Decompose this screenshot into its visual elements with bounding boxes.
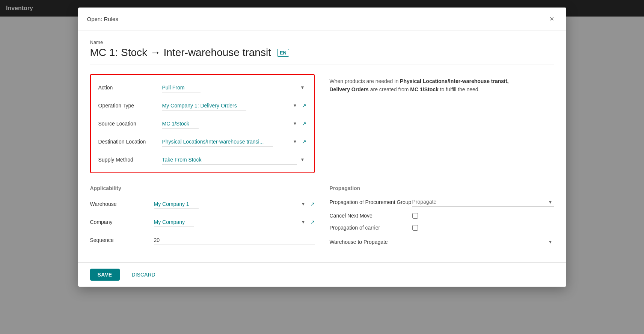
sequence-input[interactable] bbox=[154, 236, 315, 245]
destination-location-field-wrapper: Physical Locations/Inter-warehouse trans… bbox=[162, 137, 306, 147]
desc-line2-middle: are created from bbox=[369, 86, 410, 92]
company-arrow-icon: ▼ bbox=[301, 219, 306, 225]
warehouse-to-propagate-select-wrapper: ▼ bbox=[412, 237, 554, 247]
applicability-section: Applicability Warehouse My Company 1 ▼ ↗ bbox=[90, 182, 315, 247]
cancel-next-move-row: Cancel Next Move bbox=[330, 213, 554, 219]
operation-type-arrow-icon: ▼ bbox=[293, 103, 297, 108]
destination-location-label: Destination Location bbox=[98, 139, 162, 145]
destination-location-arrow-icon: ▼ bbox=[293, 139, 297, 144]
cancel-next-move-field bbox=[412, 213, 554, 219]
warehouse-row: Warehouse My Company 1 ▼ ↗ bbox=[90, 197, 315, 211]
action-select-wrapper: Pull From Push To Buy Manufacture ▼ bbox=[162, 83, 306, 92]
modal-body: Name MC 1: Stock → Inter-warehouse trans… bbox=[78, 30, 566, 262]
supply-method-label: Supply Method bbox=[98, 157, 162, 163]
name-field-label: Name bbox=[90, 39, 554, 45]
procurement-group-select[interactable]: Propagate Leave Empty Fixed bbox=[412, 197, 554, 207]
supply-method-select-wrapper: Take From Stock Trigger Another Rule Tak… bbox=[162, 155, 306, 165]
desc-line1-bold: Physical Locations/Inter-warehouse trans… bbox=[400, 78, 508, 84]
source-location-field-wrapper: MC 1/Stock ▼ ↗ bbox=[162, 119, 306, 128]
warehouse-field-wrapper: My Company 1 ▼ ↗ bbox=[154, 199, 315, 209]
name-title-row: MC 1: Stock → Inter-warehouse transit EN bbox=[90, 47, 554, 59]
warehouse-select[interactable]: My Company 1 bbox=[154, 199, 199, 209]
source-location-select[interactable]: MC 1/Stock bbox=[162, 119, 199, 128]
carrier-propagation-field bbox=[412, 225, 554, 231]
procurement-group-field: Propagate Leave Empty Fixed ▼ bbox=[412, 197, 554, 207]
operation-type-select[interactable]: My Company 1: Delivery Orders bbox=[162, 101, 246, 110]
sequence-field-wrapper bbox=[154, 236, 315, 245]
supply-method-field-wrapper: Take From Stock Trigger Another Rule Tak… bbox=[162, 155, 306, 165]
modal-overlay: Open: Rules × Name MC 1: Stock → Inter-w… bbox=[0, 0, 644, 334]
modal-title: Open: Rules bbox=[87, 16, 118, 22]
source-location-arrow-icon: ▼ bbox=[293, 121, 297, 126]
cancel-next-move-checkbox[interactable] bbox=[412, 213, 418, 219]
bottom-two-col: Applicability Warehouse My Company 1 ▼ ↗ bbox=[90, 182, 554, 253]
carrier-propagation-label: Propagation of carrier bbox=[330, 225, 412, 231]
supply-method-arrow-icon: ▼ bbox=[300, 157, 305, 162]
desc-line2-suffix: to fulfill the need. bbox=[439, 86, 480, 92]
company-external-link-icon[interactable]: ↗ bbox=[310, 219, 315, 225]
main-two-col: Action Pull From Push To Buy Manufacture bbox=[90, 74, 554, 173]
operation-type-external-link-icon[interactable]: ↗ bbox=[302, 103, 306, 109]
destination-location-select[interactable]: Physical Locations/Inter-warehouse trans… bbox=[162, 137, 273, 147]
propagation-section: Propagation Propagation of Procurement G… bbox=[330, 182, 554, 253]
carrier-propagation-row: Propagation of carrier bbox=[330, 225, 554, 231]
company-label: Company bbox=[90, 219, 154, 225]
company-field-wrapper: My Company ▼ ↗ bbox=[154, 218, 315, 227]
warehouse-label: Warehouse bbox=[90, 201, 154, 207]
modal-header: Open: Rules × bbox=[78, 8, 566, 30]
company-row: Company My Company ▼ ↗ bbox=[90, 215, 315, 229]
warehouse-arrow-icon: ▼ bbox=[301, 201, 306, 207]
source-location-select-wrapper: MC 1/Stock ▼ bbox=[162, 119, 299, 128]
save-button[interactable]: SAVE bbox=[90, 269, 120, 281]
action-select-arrow-icon: ▼ bbox=[300, 85, 305, 90]
company-select-wrapper: My Company ▼ bbox=[154, 218, 307, 227]
operation-type-label: Operation Type bbox=[98, 103, 162, 109]
desc-line2-bold1: Delivery Orders bbox=[330, 86, 369, 92]
warehouse-external-link-icon[interactable]: ↗ bbox=[310, 201, 315, 207]
destination-location-external-link-icon[interactable]: ↗ bbox=[302, 139, 306, 145]
source-location-external-link-icon[interactable]: ↗ bbox=[302, 121, 306, 127]
operation-type-row: Operation Type My Company 1: Delivery Or… bbox=[98, 99, 306, 112]
source-location-label: Source Location bbox=[98, 121, 162, 127]
sequence-row: Sequence bbox=[90, 233, 315, 247]
action-label: Action bbox=[98, 85, 162, 91]
carrier-propagation-checkbox[interactable] bbox=[412, 225, 418, 231]
discard-button[interactable]: DISCARD bbox=[126, 269, 161, 281]
sequence-label: Sequence bbox=[90, 237, 154, 243]
cancel-next-move-label: Cancel Next Move bbox=[330, 213, 412, 219]
modal-close-button[interactable]: × bbox=[547, 14, 557, 24]
desc-line1-prefix: When products are needed in bbox=[330, 78, 400, 84]
operation-type-field-wrapper: My Company 1: Delivery Orders ▼ ↗ bbox=[162, 101, 306, 110]
action-select[interactable]: Pull From Push To Buy Manufacture bbox=[162, 83, 201, 92]
procurement-group-select-wrapper: Propagate Leave Empty Fixed ▼ bbox=[412, 197, 554, 207]
source-location-row: Source Location MC 1/Stock ▼ ↗ bbox=[98, 117, 306, 130]
warehouse-to-propagate-label: Warehouse to Propagate bbox=[330, 239, 412, 245]
company-select[interactable]: My Company bbox=[154, 218, 194, 227]
propagation-section-title: Propagation bbox=[330, 185, 554, 191]
name-section: Name MC 1: Stock → Inter-warehouse trans… bbox=[90, 39, 554, 65]
modal-footer: SAVE DISCARD bbox=[78, 262, 566, 287]
applicability-section-title: Applicability bbox=[90, 185, 315, 191]
left-column: Action Pull From Push To Buy Manufacture bbox=[90, 74, 315, 173]
lang-badge[interactable]: EN bbox=[277, 49, 289, 57]
action-field-wrapper: Pull From Push To Buy Manufacture ▼ bbox=[162, 83, 306, 92]
warehouse-to-propagate-field: ▼ bbox=[412, 237, 554, 247]
action-box: Action Pull From Push To Buy Manufacture bbox=[90, 74, 315, 173]
procurement-group-row: Propagation of Procurement Group Propaga… bbox=[330, 197, 554, 207]
desc-line2-bold2: MC 1/Stock bbox=[410, 86, 438, 92]
supply-method-select[interactable]: Take From Stock Trigger Another Rule Tak… bbox=[162, 155, 297, 165]
rule-name-text: MC 1: Stock → Inter-warehouse transit bbox=[90, 47, 271, 59]
destination-location-row: Destination Location Physical Locations/… bbox=[98, 135, 306, 148]
warehouse-to-propagate-select[interactable] bbox=[412, 237, 554, 247]
right-column: When products are needed in Physical Loc… bbox=[330, 74, 554, 94]
description-text: When products are needed in Physical Loc… bbox=[330, 74, 554, 94]
destination-location-select-wrapper: Physical Locations/Inter-warehouse trans… bbox=[162, 137, 299, 147]
procurement-group-label: Propagation of Procurement Group bbox=[330, 199, 412, 205]
supply-method-row: Supply Method Take From Stock Trigger An… bbox=[98, 153, 306, 166]
operation-type-select-wrapper: My Company 1: Delivery Orders ▼ bbox=[162, 101, 299, 110]
action-row: Action Pull From Push To Buy Manufacture bbox=[98, 81, 306, 94]
warehouse-select-wrapper: My Company 1 ▼ bbox=[154, 199, 307, 209]
warehouse-to-propagate-row: Warehouse to Propagate ▼ bbox=[330, 237, 554, 247]
modal-dialog: Open: Rules × Name MC 1: Stock → Inter-w… bbox=[78, 8, 566, 287]
